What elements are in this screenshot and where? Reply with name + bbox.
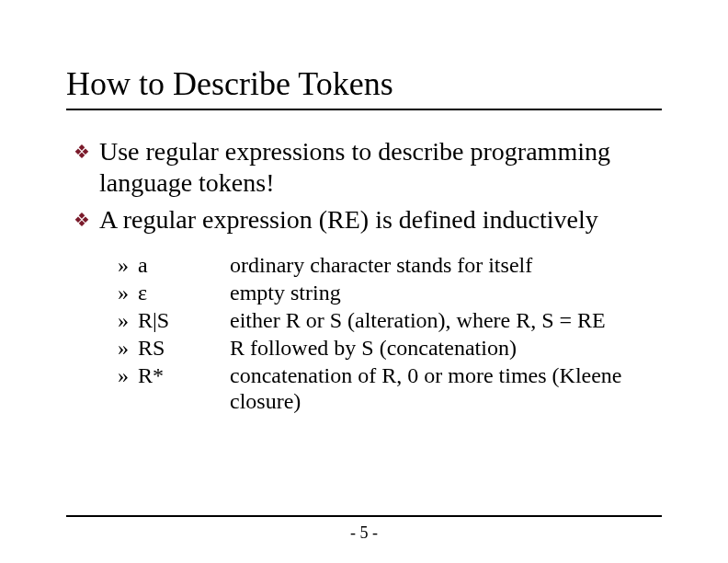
sub-bullet-item: » RS R followed by S (concatenation)	[118, 335, 662, 361]
sub-description: either R or S (alteration), where R, S =…	[230, 307, 606, 333]
bullet-text: A regular expression (RE) is defined ind…	[99, 204, 598, 236]
sub-bullet-item: » R|S either R or S (alteration), where …	[118, 307, 662, 333]
raquo-icon: »	[118, 252, 138, 278]
raquo-icon: »	[118, 280, 138, 305]
sub-bullet-item: » R* concatenation of R, 0 or more times…	[118, 362, 662, 414]
sub-symbol: ε	[138, 280, 230, 305]
bullet-item: ❖ Use regular expressions to describe pr…	[74, 136, 662, 199]
sub-description: empty string	[230, 280, 341, 305]
sub-description: ordinary character stands for itself	[230, 252, 532, 278]
bullet-text: Use regular expressions to describe prog…	[99, 136, 662, 199]
sub-bullet-item: » a ordinary character stands for itself	[118, 252, 662, 278]
sub-symbol: a	[138, 252, 230, 278]
bullet-list: ❖ Use regular expressions to describe pr…	[74, 136, 662, 414]
diamond-icon: ❖	[74, 204, 90, 236]
diamond-icon: ❖	[74, 136, 90, 167]
raquo-icon: »	[118, 307, 138, 333]
sub-bullet-list: » a ordinary character stands for itself…	[118, 252, 662, 414]
sub-symbol: R|S	[138, 307, 230, 333]
raquo-icon: »	[118, 362, 138, 388]
slide-title: How to Describe Tokens	[66, 64, 662, 110]
sub-description: R followed by S (concatenation)	[230, 335, 517, 361]
footer-divider	[66, 515, 662, 517]
sub-symbol: RS	[138, 335, 230, 361]
sub-bullet-item: » ε empty string	[118, 280, 662, 305]
bullet-item: ❖ A regular expression (RE) is defined i…	[74, 204, 662, 236]
page-number: - 5 -	[0, 523, 728, 543]
sub-description: concatenation of R, 0 or more times (Kle…	[230, 362, 662, 414]
raquo-icon: »	[118, 335, 138, 361]
sub-symbol: R*	[138, 362, 230, 388]
